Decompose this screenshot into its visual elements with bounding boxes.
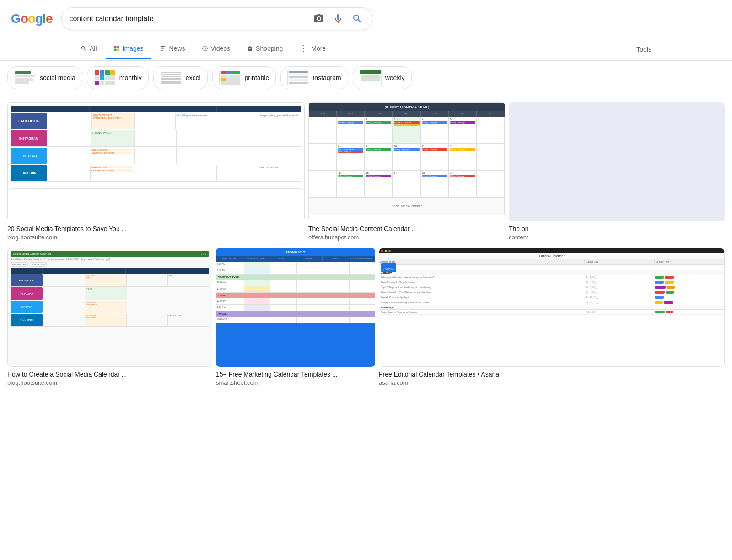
svg-rect-6 xyxy=(161,49,165,49)
filter-chip-thumb-social xyxy=(14,70,36,86)
search-divider xyxy=(305,12,305,25)
svg-rect-5 xyxy=(161,48,164,48)
result-item-4[interactable]: Social Media Content Calendar ● ● ● Soci… xyxy=(7,248,212,386)
result-source-1: blog.hootsuite.com xyxy=(7,234,305,241)
google-logo[interactable]: Google xyxy=(11,11,52,26)
filter-chip-weekly-label: weekly xyxy=(385,74,405,81)
tab-more[interactable]: ⋮ More xyxy=(292,38,333,60)
filter-chip-excel[interactable]: excel xyxy=(153,66,208,89)
result-thumb-2: [INSERT MONTH + YEAR] SUN MON TUE WED TH… xyxy=(308,102,505,221)
result-title-1: 20 Social Media Templates to Save You ..… xyxy=(7,225,305,232)
filter-chip-thumb-excel xyxy=(160,70,182,86)
voice-search-button[interactable] xyxy=(331,11,345,26)
result-item-5[interactable]: MONDAY 7 TIME OF DAY CONTENT TYPE COPY I… xyxy=(216,248,375,386)
result-title-3: The on xyxy=(509,225,725,232)
tab-news-label: News xyxy=(169,45,185,52)
camera-search-button[interactable] xyxy=(312,11,326,26)
tab-videos-label: Videos xyxy=(211,45,231,52)
header: Google content calendar template xyxy=(0,0,732,38)
more-dots-icon: ⋮ xyxy=(299,43,308,54)
results-row-1: FACEBOOK NEW BLOG POST EVERGREEN BLOG PO… xyxy=(7,102,725,241)
filter-chips-row: social media monthly xyxy=(0,61,732,95)
filter-chip-social-media[interactable]: social media xyxy=(7,66,82,89)
result-title-4: How to Create a Social Media Calendar ..… xyxy=(7,371,212,378)
filter-chip-thumb-monthly xyxy=(94,70,116,86)
tab-more-label: More xyxy=(311,45,326,52)
tools-button[interactable]: Tools xyxy=(629,40,659,59)
results-row-2: Social Media Content Calendar ● ● ● Soci… xyxy=(7,248,725,386)
search-input[interactable]: content calendar template xyxy=(69,15,298,23)
svg-rect-4 xyxy=(161,46,166,47)
tab-shopping-label: Shopping xyxy=(256,45,283,52)
search-bar: content calendar template xyxy=(61,7,372,30)
search-tab-icon xyxy=(81,45,87,52)
result-title-6: Free Editorial Calendar Templates • Asan… xyxy=(379,371,725,378)
filter-chip-thumb-instagram xyxy=(287,70,309,86)
result-thumb-1: FACEBOOK NEW BLOG POST EVERGREEN BLOG PO… xyxy=(7,102,305,221)
result-item-2[interactable]: [INSERT MONTH + YEAR] SUN MON TUE WED TH… xyxy=(308,102,505,241)
news-tab-icon xyxy=(160,45,166,52)
result-title-5: 15+ Free Marketing Calendar Templates ..… xyxy=(216,371,375,378)
cal-header: [INSERT MONTH + YEAR] xyxy=(309,103,505,111)
tab-images[interactable]: Images xyxy=(106,39,151,59)
result-thumb-5: MONDAY 7 TIME OF DAY CONTENT TYPE COPY I… xyxy=(216,248,375,367)
result-source-4: blog.hootsuite.com xyxy=(7,379,212,386)
camera-icon xyxy=(313,13,324,24)
search-button[interactable] xyxy=(350,11,365,26)
result-source-3: content xyxy=(509,234,725,241)
result-thumb-4: Social Media Content Calendar ● ● ● Soci… xyxy=(7,248,212,367)
shopping-tab-icon xyxy=(247,45,253,52)
filter-chip-printable-label: printable xyxy=(245,74,269,81)
svg-rect-7 xyxy=(161,50,163,51)
filter-chip-thumb-weekly xyxy=(360,70,382,86)
results-container: FACEBOOK NEW BLOG POST EVERGREEN BLOG PO… xyxy=(0,95,732,393)
result-source-2: offers.hubspot.com xyxy=(308,234,505,241)
filter-chip-monthly[interactable]: monthly xyxy=(87,66,149,89)
search-icons xyxy=(312,11,365,26)
microphone-icon xyxy=(333,13,344,24)
result-source-6: asana.com xyxy=(379,379,725,386)
svg-marker-9 xyxy=(204,48,206,50)
svg-rect-0 xyxy=(114,46,116,48)
tab-videos[interactable]: Videos xyxy=(194,39,238,59)
tab-all[interactable]: All xyxy=(73,39,104,59)
tab-news[interactable]: News xyxy=(152,39,192,59)
result-thumb-6: Editorial Calendar Content Image Publish… xyxy=(379,248,725,367)
filter-chip-instagram[interactable]: instagram xyxy=(280,66,348,89)
svg-rect-1 xyxy=(117,46,119,48)
svg-rect-2 xyxy=(114,49,116,51)
filter-chip-printable[interactable]: printable xyxy=(212,66,276,89)
result-title-2: The Social Media Content Calendar ... xyxy=(308,225,505,232)
result-source-5: smartsheet.com xyxy=(216,379,375,386)
result-item-1[interactable]: FACEBOOK NEW BLOG POST EVERGREEN BLOG PO… xyxy=(7,102,305,241)
filter-chip-monthly-label: monthly xyxy=(119,74,142,81)
filter-chip-thumb-printable xyxy=(219,70,241,86)
filter-chip-weekly[interactable]: weekly xyxy=(353,66,412,89)
tab-images-label: Images xyxy=(123,45,144,52)
nav-tabs: All Images News Videos Shopping ⋮ More T… xyxy=(0,38,732,61)
search-icon xyxy=(352,13,363,24)
result-item-6[interactable]: Editorial Calendar Content Image Publish… xyxy=(379,248,725,386)
filter-chip-instagram-label: instagram xyxy=(313,74,341,81)
result-item-3[interactable]: The on content xyxy=(509,102,725,241)
tab-shopping[interactable]: Shopping xyxy=(239,39,290,59)
play-tab-icon xyxy=(202,45,208,52)
result-thumb-3 xyxy=(509,102,725,221)
image-tab-icon xyxy=(113,45,120,52)
svg-rect-3 xyxy=(117,49,119,51)
filter-chip-social-media-label: social media xyxy=(40,74,75,81)
tab-all-label: All xyxy=(90,45,97,52)
filter-chip-excel-label: excel xyxy=(186,74,201,81)
